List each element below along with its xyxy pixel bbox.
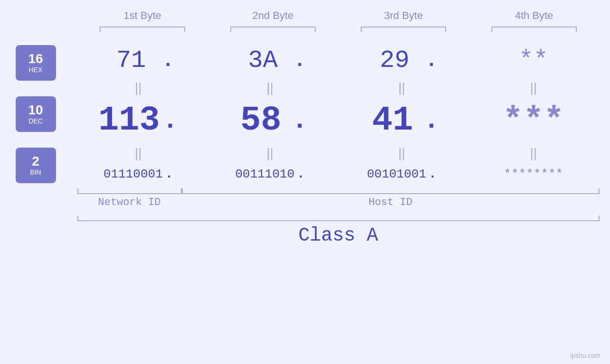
dec-base-number: 10: [28, 103, 43, 118]
top-bracket-1: [100, 27, 185, 32]
hex-value-1: 71: [103, 47, 160, 75]
equals-1-4: ||: [481, 80, 586, 95]
equals-2-1: ||: [86, 146, 190, 161]
bottom-labels-row: Network ID Host ID: [77, 196, 600, 208]
hex-base-label: HEX: [29, 66, 43, 74]
hex-base-number: 16: [28, 52, 43, 66]
dec-dot-3: .: [423, 105, 440, 136]
dec-badge: 10 DEC: [16, 96, 56, 132]
byte-header-1: 1st Byte: [90, 9, 195, 22]
top-bracket-2: [230, 27, 316, 32]
dec-dot-1: .: [162, 105, 178, 136]
bin-dot-1: .: [165, 167, 173, 181]
main-content: 16 HEX 10 DEC 2 BIN 71 . 3A: [11, 42, 600, 186]
hex-value-2: 3A: [235, 47, 291, 75]
bin-dot-3: .: [429, 167, 437, 181]
bin-cell-4: ********: [481, 167, 586, 181]
hex-cell-4: **: [481, 47, 586, 75]
network-bracket: [77, 188, 182, 194]
network-id-label: Network ID: [77, 196, 182, 208]
bottom-section: Network ID Host ID Class A: [11, 188, 600, 246]
dec-dot-2: .: [291, 105, 308, 136]
byte-headers-row: 1st Byte 2nd Byte 3rd Byte 4th Byte: [77, 9, 600, 22]
equals-1-1: ||: [86, 80, 190, 95]
hex-value-4: **: [505, 47, 562, 75]
bin-value-2: 00111010: [235, 167, 294, 181]
watermark: ipshu.com: [570, 352, 601, 359]
equals-2-4: ||: [481, 146, 586, 161]
values-grid: 71 . 3A . 29 . ** || || ||: [73, 42, 600, 186]
bin-row: 01110001 . 00111010 . 00101001 . *******…: [73, 162, 600, 186]
equals-row-1: || || || ||: [73, 79, 600, 96]
dec-base-label: DEC: [28, 117, 43, 125]
bin-value-3: 00101001: [367, 167, 426, 181]
dec-row: 113 . 58 . 41 . ***: [73, 96, 600, 145]
hex-dot-1: .: [162, 49, 174, 72]
bin-badge: 2 BIN: [16, 148, 56, 183]
bin-value-4: ********: [504, 167, 563, 181]
host-id-label: Host ID: [182, 196, 600, 208]
dec-value-4: ***: [503, 101, 564, 140]
bin-cell-1: 01110001 .: [86, 167, 190, 181]
hex-dot-3: .: [425, 49, 437, 72]
top-bracket-4: [491, 27, 577, 32]
bin-base-number: 2: [32, 154, 39, 169]
bottom-brackets-row: [77, 188, 600, 194]
dec-cell-3: 41 .: [349, 101, 454, 140]
hex-cell-1: 71 .: [86, 47, 190, 75]
byte-header-4: 4th Byte: [482, 9, 586, 22]
equals-row-2: || || || ||: [73, 145, 600, 162]
dec-value-1: 113: [98, 101, 160, 140]
bin-cell-2: 00111010 .: [218, 167, 322, 181]
hex-value-3: 29: [366, 47, 423, 75]
base-labels-column: 16 HEX 10 DEC 2 BIN: [11, 42, 73, 186]
hex-badge: 16 HEX: [16, 45, 56, 81]
equals-1-3: ||: [349, 80, 454, 95]
class-label: Class A: [77, 225, 600, 246]
bin-value-1: 01110001: [103, 167, 163, 181]
main-container: 1st Byte 2nd Byte 3rd Byte 4th Byte 16 H…: [0, 0, 610, 364]
bin-dot-2: .: [297, 167, 305, 181]
hex-dot-2: .: [294, 49, 306, 72]
dec-cell-1: 113 .: [86, 101, 190, 140]
dec-cell-2: 58 .: [218, 101, 322, 140]
host-bracket: [182, 188, 600, 194]
hex-cell-2: 3A .: [218, 47, 322, 75]
equals-1-2: ||: [218, 80, 322, 95]
equals-2-2: ||: [218, 146, 322, 161]
bin-cell-3: 00101001 .: [349, 167, 454, 181]
byte-header-2: 2nd Byte: [221, 9, 325, 22]
top-bracket-3: [361, 27, 446, 32]
equals-2-3: ||: [349, 146, 454, 161]
bin-base-label: BIN: [30, 168, 41, 176]
dec-cell-4: ***: [481, 101, 586, 140]
dec-value-3: 41: [364, 101, 421, 140]
hex-cell-3: 29 .: [349, 47, 454, 75]
dec-value-2: 58: [232, 101, 289, 140]
class-bar-bracket: [77, 215, 600, 221]
hex-row: 71 . 3A . 29 . **: [73, 42, 600, 79]
byte-header-3: 3rd Byte: [351, 9, 456, 22]
top-brackets: [77, 27, 600, 32]
class-bar-container: Class A: [77, 215, 600, 246]
